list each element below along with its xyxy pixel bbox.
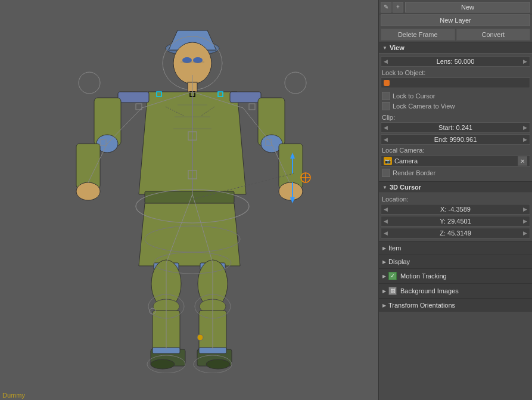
clip-end-right-arrow: ▶ <box>523 137 527 142</box>
transform-orientations-header[interactable]: ▶ Transform Orientations <box>379 299 532 312</box>
lock-to-cursor-label: Lock to Cursor <box>393 92 435 100</box>
svg-marker-24 <box>139 203 240 266</box>
svg-rect-18 <box>230 92 261 103</box>
cursor-section-header[interactable]: ▼ 3D Cursor <box>379 181 532 193</box>
view-section-header[interactable]: ▼ View <box>379 42 532 54</box>
svg-point-17 <box>76 182 100 200</box>
right-panel: ✎ + New New Layer Delete Frame Convert ▼… <box>378 0 532 400</box>
lock-to-cursor-checkbox[interactable] <box>382 92 390 100</box>
panel-scroll[interactable]: ▼ View ◀ Lens: 50.000 ▶ Lock to Object: <box>379 42 532 400</box>
cursor-x-left-arrow: ◀ <box>384 206 388 212</box>
toolbar-icon-group: ✎ + <box>381 2 403 13</box>
lock-to-object-field[interactable] <box>381 77 530 88</box>
view-section-content: ◀ Lens: 50.000 ▶ Lock to Object: Lock to… <box>379 54 532 181</box>
cursor-y-field[interactable]: ◀ Y: 29.4501 ▶ <box>381 216 530 227</box>
camera-name: Camera <box>394 157 515 165</box>
cursor-y-left-arrow: ◀ <box>384 218 388 224</box>
transform-arrow-icon: ▶ <box>382 303 386 308</box>
clip-end-field[interactable]: ◀ End: 9990.961 ▶ <box>381 134 530 145</box>
delete-frame-button[interactable]: Delete Frame <box>381 29 455 41</box>
bg-images-icon: 🖼 <box>388 287 397 295</box>
lock-camera-checkbox[interactable] <box>382 102 390 110</box>
bottom-label: Dummy <box>2 392 25 399</box>
svg-point-37 <box>206 359 230 369</box>
svg-point-41 <box>285 72 306 94</box>
svg-point-30 <box>151 359 175 369</box>
lens-field[interactable]: ◀ Lens: 50.000 ▶ <box>381 56 530 67</box>
motion-tracking-arrow-icon: ▶ <box>382 274 386 279</box>
cursor-section-title: 3D Cursor <box>390 184 421 191</box>
cursor-arrow-icon: ▼ <box>382 185 387 190</box>
new-button[interactable]: New <box>405 2 530 13</box>
bottom-label-text: Dummy <box>2 392 25 399</box>
view-section-title: View <box>390 44 405 51</box>
render-border-label: Render Border <box>393 169 435 176</box>
render-border-checkbox[interactable] <box>382 169 390 177</box>
view-arrow-icon: ▼ <box>382 45 387 51</box>
item-section: ▶ Item <box>379 241 532 255</box>
svg-point-40 <box>79 72 100 94</box>
svg-point-4 <box>193 57 203 63</box>
motion-tracking-section: ▶ ✓ Motion Tracking <box>379 268 532 283</box>
local-camera-field[interactable]: 📷 Camera ✕ <box>381 155 530 167</box>
cursor-section-content: Location: ◀ X: -4.3589 ▶ ◀ Y: 29.4501 ▶ … <box>379 193 532 241</box>
cursor-y-value: Y: 29.4501 <box>440 218 471 225</box>
clip-label: Clip: <box>381 114 530 121</box>
display-arrow-icon: ▶ <box>382 259 386 265</box>
location-label: Location: <box>381 196 530 203</box>
convert-button[interactable]: Convert <box>456 29 531 41</box>
lens-right-arrow: ▶ <box>523 58 527 64</box>
render-border-row: Render Border <box>381 169 530 177</box>
plus-icon[interactable]: + <box>393 2 403 13</box>
cursor-x-field[interactable]: ◀ X: -4.3589 ▶ <box>381 204 530 215</box>
svg-point-81 <box>197 334 203 340</box>
lock-to-cursor-row: Lock to Cursor <box>381 92 530 100</box>
item-arrow-icon: ▶ <box>382 246 386 251</box>
new-layer-button[interactable]: New Layer <box>381 14 530 26</box>
cursor-x-value: X: -4.3589 <box>440 206 471 213</box>
motion-tracking-title: Motion Tracking <box>400 272 447 280</box>
background-images-section: ▶ 🖼 Background Images <box>379 283 532 298</box>
item-section-header[interactable]: ▶ Item <box>379 241 532 255</box>
svg-rect-13 <box>118 92 149 103</box>
background-images-header[interactable]: ▶ 🖼 Background Images <box>379 284 532 298</box>
lock-camera-label: Lock Camera to View <box>393 103 455 110</box>
motion-tracking-header[interactable]: ▶ ✓ Motion Tracking <box>379 269 532 283</box>
svg-point-3 <box>182 57 192 63</box>
clip-end-value: End: 9990.961 <box>434 136 477 143</box>
viewport[interactable]: Dummy <box>0 0 378 400</box>
brush-icon[interactable]: ✎ <box>381 2 391 13</box>
item-section-title: Item <box>388 244 401 252</box>
clip-start-left-arrow: ◀ <box>384 125 388 131</box>
camera-clear-button[interactable]: ✕ <box>518 156 527 166</box>
cursor-section: ▼ 3D Cursor Location: ◀ X: -4.3589 ▶ ◀ Y… <box>379 181 532 241</box>
camera-icon: 📷 <box>384 157 392 165</box>
top-toolbar: ✎ + New <box>379 0 532 14</box>
clip-end-left-arrow: ◀ <box>384 137 388 142</box>
transform-orientations-title: Transform Orientations <box>388 302 455 309</box>
background-images-title: Background Images <box>400 287 459 294</box>
display-section-title: Display <box>388 258 410 265</box>
clip-start-field[interactable]: ◀ Start: 0.241 ▶ <box>381 122 530 133</box>
display-section: ▶ Display <box>379 255 532 268</box>
bg-images-arrow-icon: ▶ <box>382 289 386 294</box>
lock-camera-row: Lock Camera to View <box>381 102 530 110</box>
lock-to-object-label: Lock to Object: <box>381 69 530 76</box>
lens-value: Lens: 50.000 <box>437 58 475 65</box>
svg-rect-21 <box>279 144 303 188</box>
motion-tracking-check-icon: ✓ <box>388 272 397 280</box>
character-view <box>0 0 378 400</box>
cursor-z-left-arrow: ◀ <box>384 230 388 236</box>
lock-to-object-dot <box>384 80 390 86</box>
cursor-y-right-arrow: ▶ <box>523 218 527 224</box>
delete-convert-row: Delete Frame Convert <box>381 29 530 41</box>
transform-orientations-section: ▶ Transform Orientations <box>379 298 532 312</box>
character-svg <box>64 27 315 373</box>
cursor-z-value: Z: 45.3149 <box>440 230 471 237</box>
cursor-z-field[interactable]: ◀ Z: 45.3149 ▶ <box>381 228 530 238</box>
local-camera-label: Local Camera: <box>381 147 530 154</box>
cursor-z-right-arrow: ▶ <box>523 230 527 236</box>
lens-left-arrow: ◀ <box>384 58 388 64</box>
display-section-header[interactable]: ▶ Display <box>379 255 532 268</box>
cursor-x-right-arrow: ▶ <box>523 206 527 212</box>
